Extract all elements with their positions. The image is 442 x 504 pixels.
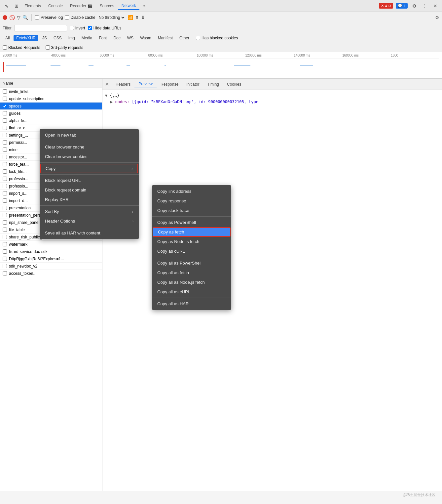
third-party-checkbox[interactable]: 3rd-party requests (46, 45, 83, 50)
tab-console[interactable]: Console (45, 2, 66, 10)
record-button[interactable] (3, 15, 7, 20)
net-item-checkbox-25[interactable] (3, 271, 7, 275)
net-item-checkbox-6[interactable] (3, 133, 7, 137)
upload-icon[interactable]: ⬆ (135, 15, 139, 20)
net-item-checkbox-19[interactable] (3, 228, 7, 232)
net-item-23[interactable]: DttpRjggGxhjRd6t?Expires=1... (0, 255, 102, 263)
type-font[interactable]: Font (96, 35, 109, 41)
close-panel-icon[interactable]: ✕ (105, 82, 109, 87)
type-doc[interactable]: Doc (111, 35, 123, 41)
blocked-requests-checkbox[interactable]: Blocked Requests (3, 45, 40, 50)
no-entry-icon[interactable]: 🚫 (9, 15, 15, 20)
type-media[interactable]: Media (79, 35, 95, 41)
net-item-checkbox-7[interactable] (3, 140, 7, 145)
net-item-checkbox-12[interactable] (3, 177, 7, 181)
disable-cache-checkbox[interactable]: Disable cache (65, 15, 95, 20)
more-toolbar-icon[interactable]: ⚙ (435, 15, 439, 20)
ctx-copy-all-curl[interactable]: Copy all as cURL (152, 287, 231, 297)
invert-input[interactable] (70, 26, 74, 30)
net-item-checkbox-9[interactable] (3, 155, 7, 159)
tab-timing[interactable]: Timing (203, 81, 223, 88)
net-item-checkbox-18[interactable] (3, 220, 7, 225)
ctx-sort-by[interactable]: Sort By › (40, 207, 139, 216)
ctx-open-new-tab[interactable]: Open in new tab (40, 130, 139, 140)
throttle-select[interactable]: No throttling (97, 15, 126, 20)
filter-icon[interactable]: ▽ (17, 15, 20, 20)
ctx-copy-nodejs-fetch[interactable]: Copy as Node.js fetch (152, 237, 231, 246)
download-icon[interactable]: ⬇ (141, 15, 145, 20)
net-item-checkbox-2[interactable] (3, 104, 7, 108)
json-expand-nodes[interactable]: ▶ (110, 100, 113, 104)
type-js[interactable]: JS (40, 35, 50, 41)
net-item-4[interactable]: alpha_fe... (0, 117, 102, 124)
filter-input[interactable] (14, 25, 67, 31)
ctx-copy-all-nodejs[interactable]: Copy all as Node.js fetch (152, 277, 231, 287)
ctx-replay-xhr[interactable]: Replay XHR (40, 195, 139, 204)
tab-headers[interactable]: Headers (112, 81, 134, 88)
net-item-checkbox-11[interactable] (3, 169, 7, 174)
type-fetch-xhr[interactable]: Fetch/XHR (14, 35, 38, 41)
wifi-icon[interactable]: 📶 (128, 15, 133, 20)
ctx-block-url[interactable]: Block request URL (40, 176, 139, 185)
preserve-log-input[interactable] (35, 15, 39, 20)
settings-icon[interactable]: ⚙ (410, 2, 418, 10)
tab-more[interactable]: » (140, 2, 149, 10)
net-item-checkbox-22[interactable] (3, 249, 7, 254)
close-icon[interactable]: ✕ (431, 2, 439, 10)
ctx-copy-curl[interactable]: Copy as cURL (152, 246, 231, 256)
type-wasm[interactable]: Wasm (137, 35, 154, 41)
net-item-24[interactable]: sdk_newdoc_v2 (0, 263, 102, 270)
disable-cache-input[interactable] (65, 15, 69, 20)
net-item-21[interactable]: watermark (0, 241, 102, 248)
ctx-copy-powershell[interactable]: Copy as PowerShell (152, 218, 231, 227)
ctx-clear-cookies[interactable]: Clear browser cookies (40, 152, 139, 161)
net-item-checkbox-4[interactable] (3, 118, 7, 123)
net-item-25[interactable]: access_token... (0, 270, 102, 277)
tab-sources[interactable]: Sources (96, 2, 118, 10)
hide-data-urls-checkbox[interactable]: Hide data URLs (88, 26, 122, 30)
ctx-copy-all-powershell[interactable]: Copy all as PowerShell (152, 258, 231, 268)
net-item-checkbox-20[interactable] (3, 235, 7, 239)
net-item-checkbox-21[interactable] (3, 242, 7, 246)
net-item-1[interactable]: update_subscription (0, 95, 102, 103)
net-item-checkbox-1[interactable] (3, 97, 7, 101)
has-blocked-cookies[interactable]: Has blocked cookies (196, 36, 238, 40)
ctx-copy-link[interactable]: Copy link address (152, 187, 231, 196)
invert-checkbox[interactable]: Invert (70, 26, 85, 30)
ctx-block-domain[interactable]: Block request domain (40, 185, 139, 195)
tab-preview[interactable]: Preview (134, 80, 157, 88)
type-css[interactable]: CSS (51, 35, 64, 41)
type-all[interactable]: All (3, 35, 12, 41)
search-icon[interactable]: 🔍 (22, 15, 28, 20)
ctx-copy-stack-trace[interactable]: Copy stack trace (152, 206, 231, 215)
net-item-checkbox-5[interactable] (3, 126, 7, 130)
ctx-copy-fetch[interactable]: Copy as fetch (153, 227, 231, 237)
tab-initiator[interactable]: Initiator (182, 81, 203, 88)
net-item-checkbox-14[interactable] (3, 191, 7, 195)
tab-elements[interactable]: Elements (21, 2, 44, 10)
ctx-copy[interactable]: Copy › (40, 164, 138, 173)
tab-cookies[interactable]: Cookies (223, 81, 245, 88)
has-blocked-input[interactable] (196, 36, 200, 40)
net-item-checkbox-0[interactable] (3, 89, 7, 94)
type-manifest[interactable]: Manifest (155, 35, 175, 41)
more-options-icon[interactable]: ⋮ (421, 2, 429, 10)
json-expand-root[interactable]: ▼ (105, 93, 107, 98)
hide-data-urls-input[interactable] (88, 26, 92, 30)
net-item-checkbox-16[interactable] (3, 206, 7, 210)
blocked-requests-input[interactable] (3, 45, 7, 50)
net-item-checkbox-10[interactable] (3, 162, 7, 166)
device-icon[interactable]: ⊞ (13, 2, 20, 10)
tab-response[interactable]: Response (157, 81, 182, 88)
tab-network[interactable]: Network (118, 2, 139, 10)
net-item-22[interactable]: lizard-service-doc-sdk (0, 248, 102, 255)
net-item-checkbox-8[interactable] (3, 147, 7, 152)
ctx-copy-all-fetch[interactable]: Copy all as fetch (152, 268, 231, 277)
ctx-header-options[interactable]: Header Options › (40, 216, 139, 226)
net-item-checkbox-15[interactable] (3, 198, 7, 203)
net-item-checkbox-24[interactable] (3, 264, 7, 268)
ctx-copy-all-har[interactable]: Copy all as HAR (152, 299, 231, 309)
third-party-input[interactable] (46, 45, 50, 50)
preserve-log-checkbox[interactable]: Preserve log (35, 15, 63, 20)
ctx-copy-response[interactable]: Copy response (152, 196, 231, 206)
